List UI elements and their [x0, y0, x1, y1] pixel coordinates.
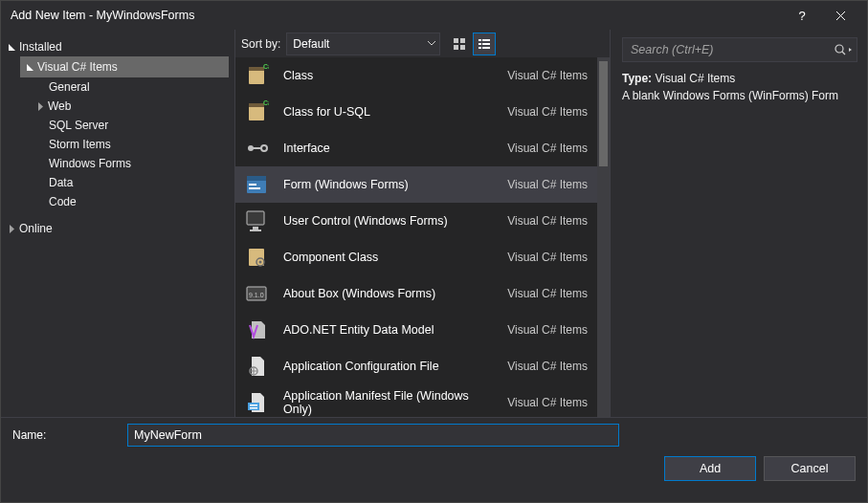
svg-rect-33 [250, 405, 257, 406]
template-item[interactable]: User Control (Windows Forms)Visual C# It… [235, 203, 597, 239]
template-category: Visual C# Items [507, 251, 588, 264]
template-item[interactable]: 9.1.0About Box (Windows Forms)Visual C# … [235, 275, 597, 312]
tree-label: Data [49, 176, 73, 189]
sort-value: Default [293, 37, 329, 51]
svg-point-18 [261, 145, 267, 151]
expand-collapse-icon[interactable] [25, 62, 34, 72]
expand-collapse-icon[interactable] [35, 101, 45, 111]
template-icon [243, 171, 270, 198]
svg-rect-32 [248, 403, 259, 410]
help-button[interactable]: ? [783, 1, 821, 30]
template-item[interactable]: C#ClassVisual C# Items [235, 57, 597, 94]
svg-rect-11 [249, 67, 264, 71]
svg-text:C#: C# [263, 99, 269, 106]
dialog-window: Add New Item - MyWindowsForms ? Installe… [0, 0, 868, 503]
expand-collapse-icon[interactable] [7, 224, 16, 233]
tree-item-web[interactable]: Web [35, 97, 229, 116]
template-name: User Control (Windows Forms) [283, 214, 494, 228]
template-icon [243, 135, 270, 162]
tree-item-windows-forms[interactable]: Windows Forms [35, 154, 229, 173]
template-item[interactable]: InterfaceVisual C# Items [235, 130, 597, 166]
search-input[interactable] [629, 42, 834, 57]
dialog-title: Add New Item - MyWindowsForms [11, 9, 783, 22]
type-label: Type: [622, 72, 652, 85]
svg-rect-34 [250, 407, 257, 409]
sort-dropdown[interactable]: Default [286, 33, 440, 55]
svg-rect-0 [454, 38, 458, 43]
expand-collapse-icon[interactable] [7, 42, 16, 52]
template-icon [243, 353, 270, 380]
add-button-label: Add [700, 462, 721, 475]
scrollbar-thumb[interactable] [599, 61, 608, 166]
template-item[interactable]: Application Manifest File (Windows Only)… [235, 384, 597, 417]
add-button[interactable]: Add [664, 456, 756, 481]
tree-label: Installed [19, 40, 62, 54]
template-item[interactable]: C#Class for U-SQLVisual C# Items [235, 94, 597, 130]
tree-item-data[interactable]: Data [35, 173, 229, 192]
tree-label: Visual C# Items [37, 60, 118, 74]
svg-text:C#: C# [263, 63, 269, 70]
svg-rect-22 [249, 187, 260, 189]
template-category: Visual C# Items [507, 214, 588, 228]
template-name: Application Configuration File [283, 360, 494, 373]
tree-item-code[interactable]: Code [35, 192, 229, 211]
close-icon [835, 11, 846, 21]
tree-item-csharp-items[interactable]: Visual C# Items [20, 56, 229, 77]
search-icon[interactable] [834, 43, 853, 56]
title-bar[interactable]: Add New Item - MyWindowsForms ? [1, 1, 867, 30]
template-item[interactable]: ADO.NET Entity Data ModelVisual C# Items [235, 312, 597, 348]
template-list[interactable]: C#ClassVisual C# ItemsC#Class for U-SQLV… [235, 57, 610, 417]
close-button[interactable] [821, 1, 859, 30]
svg-rect-2 [454, 45, 458, 50]
tree-label: Code [49, 195, 77, 208]
template-category: Visual C# Items [507, 396, 588, 409]
vertical-scrollbar[interactable] [597, 57, 610, 417]
view-toggle [448, 33, 496, 55]
svg-rect-24 [253, 227, 258, 230]
template-name: ADO.NET Entity Data Model [283, 323, 494, 337]
cancel-button-label: Cancel [791, 462, 829, 475]
template-panel: Sort by: Default C#ClassVisual C# ItemsC… [234, 30, 611, 417]
tree-item-sql-server[interactable]: SQL Server [35, 116, 229, 135]
template-name: Component Class [283, 251, 494, 264]
svg-rect-4 [479, 39, 481, 41]
tree-item-installed[interactable]: Installed [7, 37, 229, 56]
details-panel: Type: Visual C# Items A blank Windows Fo… [611, 30, 867, 417]
template-category: Visual C# Items [507, 323, 588, 337]
name-input[interactable] [127, 424, 619, 447]
svg-point-28 [259, 261, 262, 264]
details-view-button[interactable] [473, 33, 496, 55]
template-item[interactable]: Application Configuration FileVisual C# … [235, 348, 597, 384]
svg-rect-20 [247, 176, 266, 181]
type-value: Visual C# Items [655, 72, 735, 85]
item-description: A blank Windows Forms (WinForms) Form [622, 89, 838, 102]
template-icon: C# [243, 62, 270, 89]
tree-item-online[interactable]: Online [7, 219, 229, 238]
search-box[interactable] [622, 37, 857, 62]
tree-label: SQL Server [49, 119, 108, 132]
template-icon [243, 389, 270, 416]
svg-rect-25 [250, 230, 261, 231]
svg-rect-9 [482, 47, 490, 49]
template-name: Form (Windows Forms) [283, 178, 494, 191]
tree-label: Web [48, 99, 71, 113]
template-name: Application Manifest File (Windows Only) [283, 389, 494, 416]
svg-rect-1 [460, 38, 465, 43]
tree-item-storm-items[interactable]: Storm Items [35, 135, 229, 154]
template-item[interactable]: Form (Windows Forms)Visual C# Items [235, 166, 597, 203]
template-name: About Box (Windows Forms) [283, 287, 494, 300]
category-tree[interactable]: Installed Visual C# Items GeneralWebSQL … [1, 30, 234, 417]
sort-label: Sort by: [241, 37, 280, 51]
template-item[interactable]: Component ClassVisual C# Items [235, 239, 597, 275]
svg-rect-8 [479, 47, 481, 49]
template-name: Interface [283, 142, 494, 155]
list-toolbar: Sort by: Default [235, 30, 610, 57]
cancel-button[interactable]: Cancel [764, 456, 856, 481]
template-category: Visual C# Items [507, 142, 588, 155]
tree-item-general[interactable]: General [35, 77, 229, 97]
large-icons-view-button[interactable] [448, 33, 471, 55]
item-details: Type: Visual C# Items A blank Windows Fo… [622, 70, 857, 104]
svg-point-35 [835, 45, 843, 53]
svg-rect-6 [479, 43, 481, 45]
dialog-footer: Name: Add Cancel [1, 417, 867, 502]
